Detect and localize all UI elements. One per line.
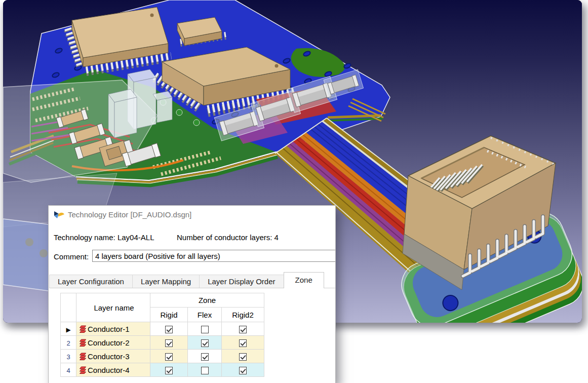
row-number: 4: [66, 367, 70, 374]
zone-table: Layer name Zone Rigid Flex Rigid2 ▶ Cond…: [60, 293, 264, 377]
dialog-title: Technology Editor [DF_AUDIO.dsgn]: [68, 210, 191, 219]
zone-cell-flex[interactable]: [188, 336, 222, 350]
row-selector[interactable]: 3: [61, 350, 76, 363]
comment-input[interactable]: [92, 250, 336, 262]
rigid-checkbox[interactable]: [165, 367, 173, 374]
comment-label: Comment:: [54, 252, 89, 261]
flex-checkbox[interactable]: [201, 339, 209, 347]
rigid2-checkbox[interactable]: [239, 339, 247, 347]
zone-cell-rigid[interactable]: [150, 350, 188, 363]
zone-cell-rigid[interactable]: [150, 336, 188, 350]
tab-layer-configuration[interactable]: Layer Configuration: [49, 275, 133, 288]
zone-cell-flex[interactable]: [188, 350, 222, 363]
flex-checkbox[interactable]: [201, 326, 209, 333]
table-row: ▶ Conductor-1: [61, 322, 264, 336]
current-row-marker: ▶: [66, 326, 70, 333]
zone-cell-rigid2[interactable]: [222, 336, 264, 350]
technology-editor-dialog: Technology Editor [DF_AUDIO.dsgn] Techno…: [48, 205, 336, 383]
row-selector-header: [61, 293, 76, 322]
rigid-checkbox[interactable]: [165, 353, 173, 361]
conductor-layer-icon: [78, 366, 87, 374]
tab-layer-mapping[interactable]: Layer Mapping: [132, 275, 200, 288]
conductor-layer-icon: [78, 339, 87, 347]
zone-cell-rigid2[interactable]: [222, 363, 264, 377]
zone-cell-rigid[interactable]: [150, 322, 188, 336]
zone-cell-rigid[interactable]: [150, 363, 188, 377]
layer-name-cell[interactable]: Conductor-3: [76, 350, 150, 363]
layer-name-cell[interactable]: Conductor-1: [76, 322, 150, 336]
zone-cell-flex[interactable]: [188, 363, 222, 377]
tab-layer-display-order[interactable]: Layer Display Order: [199, 275, 284, 288]
rigid2-checkbox[interactable]: [239, 353, 247, 361]
zone-cell-flex[interactable]: [188, 322, 222, 336]
row-selector[interactable]: 4: [61, 363, 76, 377]
conductor-layers-value: 4: [275, 233, 279, 242]
table-row: 3 Conductor-3: [61, 350, 264, 363]
tab-strip: Layer Configuration Layer Mapping Layer …: [49, 272, 335, 288]
rigid-checkbox[interactable]: [165, 326, 173, 333]
zone-column-rigid[interactable]: Rigid: [150, 308, 188, 322]
technology-name-value: Lay04-ALL: [117, 233, 154, 242]
rigid2-checkbox[interactable]: [239, 367, 247, 374]
row-selector[interactable]: ▶: [61, 322, 76, 336]
flex-checkbox[interactable]: [201, 353, 209, 361]
layer-name-header[interactable]: Layer name: [76, 293, 150, 322]
row-selector[interactable]: 2: [61, 336, 76, 350]
zone-column-flex[interactable]: Flex: [188, 308, 222, 322]
conductor-layers-label: Number of conductor layers:: [177, 233, 272, 242]
conductor-layer-icon: [78, 325, 87, 333]
row-number: 2: [66, 339, 70, 347]
rigid2-checkbox[interactable]: [239, 326, 247, 333]
tab-zone[interactable]: Zone: [284, 272, 324, 288]
zone-group-header: Zone: [150, 293, 264, 308]
layer-name-cell[interactable]: Conductor-2: [76, 336, 150, 350]
table-row: 2 Conductor-2: [61, 336, 264, 350]
conductor-layer-icon: [78, 353, 87, 360]
app-icon: [54, 210, 64, 220]
zone-cell-rigid2[interactable]: [222, 322, 264, 336]
flex-checkbox[interactable]: [201, 367, 209, 374]
zone-cell-rigid2[interactable]: [222, 350, 264, 363]
dialog-titlebar[interactable]: Technology Editor [DF_AUDIO.dsgn]: [49, 206, 335, 224]
technology-name-label: Technology name:: [54, 233, 115, 242]
technology-summary: Technology name: Lay04-ALL Number of con…: [54, 233, 154, 242]
zone-column-rigid2[interactable]: Rigid2: [222, 308, 264, 322]
desktop: { "window": { "title": "Technology Edito…: [0, 0, 588, 383]
rigid-checkbox[interactable]: [165, 339, 173, 347]
table-row: 4 Conductor-4: [61, 363, 264, 377]
layer-name-cell[interactable]: Conductor-4: [76, 363, 150, 377]
row-number: 3: [66, 353, 70, 361]
